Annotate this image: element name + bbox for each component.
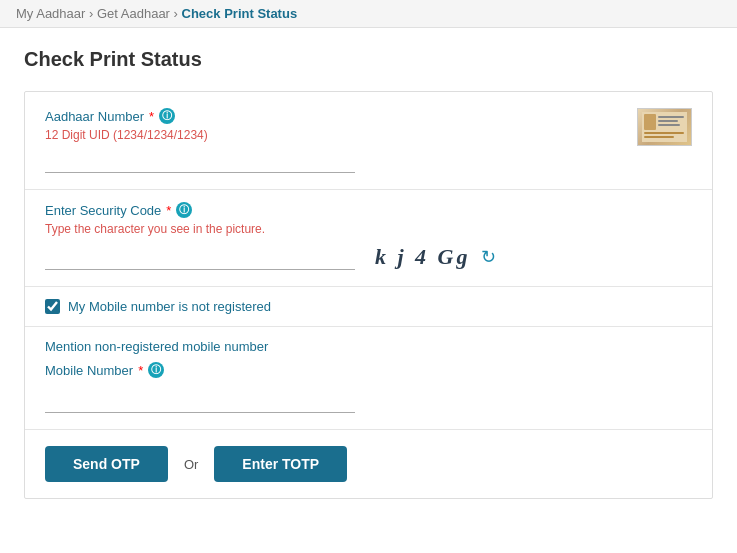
enter-totp-button[interactable]: Enter TOTP	[214, 446, 347, 482]
captcha-image: k j 4 Gg ↻	[375, 244, 496, 270]
page-title: Check Print Status	[24, 48, 713, 71]
page-container: Check Print Status Aadhaar Number * ⓘ 12…	[0, 28, 737, 519]
breadcrumb: My Aadhaar › Get Aadhaar › Check Print S…	[0, 0, 737, 28]
buttons-row: Send OTP Or Enter TOTP	[25, 430, 712, 498]
security-code-row: Enter Security Code * ⓘ Type the charact…	[25, 190, 712, 287]
svg-rect-2	[658, 116, 684, 118]
svg-rect-6	[644, 136, 674, 138]
form-card: Aadhaar Number * ⓘ 12 Digit UID (1234/12…	[24, 91, 713, 499]
security-code-info-icon[interactable]: ⓘ	[176, 202, 192, 218]
or-text: Or	[184, 457, 198, 472]
breadcrumb-current: Check Print Status	[182, 6, 298, 21]
captcha-text: k j 4 Gg	[375, 244, 471, 270]
aadhaar-required: *	[149, 109, 154, 124]
breadcrumb-separator-1: ›	[89, 6, 97, 21]
breadcrumb-separator-2: ›	[174, 6, 182, 21]
mobile-required: *	[138, 363, 143, 378]
captcha-input[interactable]	[45, 245, 355, 270]
mobile-info-icon[interactable]: ⓘ	[148, 362, 164, 378]
security-code-required: *	[166, 203, 171, 218]
mobile-section-title: Mention non-registered mobile number	[45, 339, 692, 354]
aadhaar-info-icon[interactable]: ⓘ	[159, 108, 175, 124]
mobile-section: Mention non-registered mobile number Mob…	[25, 327, 712, 430]
svg-rect-1	[644, 114, 656, 130]
send-otp-button[interactable]: Send OTP	[45, 446, 168, 482]
aadhaar-label: Aadhaar Number * ⓘ	[45, 108, 692, 124]
mobile-label: Mobile Number * ⓘ	[45, 362, 692, 378]
captcha-area: k j 4 Gg ↻	[45, 244, 692, 270]
svg-rect-5	[644, 132, 684, 134]
aadhaar-hint: 12 Digit UID (1234/1234/1234)	[45, 128, 692, 142]
security-code-label: Enter Security Code * ⓘ	[45, 202, 692, 218]
mobile-not-registered-checkbox[interactable]	[45, 299, 60, 314]
svg-rect-3	[658, 120, 678, 122]
checkbox-row: My Mobile number is not registered	[25, 287, 712, 327]
aadhaar-row: Aadhaar Number * ⓘ 12 Digit UID (1234/12…	[25, 92, 712, 190]
security-code-hint: Type the character you see in the pictur…	[45, 222, 692, 236]
aadhaar-input[interactable]	[45, 148, 355, 173]
aadhaar-card-image	[637, 108, 692, 146]
breadcrumb-item-2[interactable]: Get Aadhaar	[97, 6, 170, 21]
mobile-input[interactable]	[45, 388, 355, 413]
svg-rect-4	[658, 124, 680, 126]
breadcrumb-item-1[interactable]: My Aadhaar	[16, 6, 85, 21]
captcha-refresh-icon[interactable]: ↻	[481, 246, 496, 268]
mobile-not-registered-label[interactable]: My Mobile number is not registered	[68, 299, 271, 314]
